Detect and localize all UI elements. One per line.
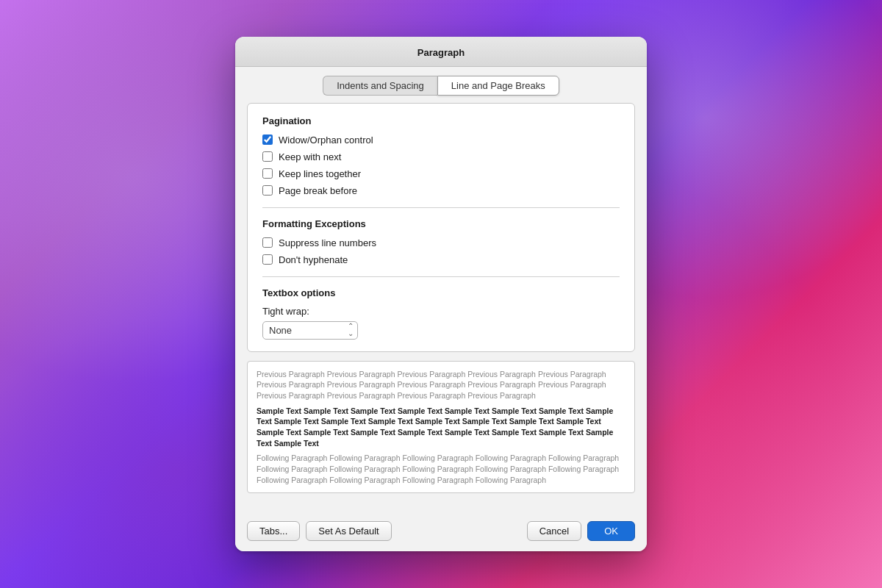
tight-wrap-label: Tight wrap:	[262, 306, 620, 317]
dialog-titlebar: Paragraph	[235, 37, 647, 67]
checkbox-row-keep-lines: Keep lines together	[262, 168, 620, 180]
set-as-default-button[interactable]: Set As Default	[306, 521, 391, 541]
keep-with-next-label[interactable]: Keep with next	[279, 151, 341, 162]
divider-1	[262, 207, 620, 208]
tabs-button[interactable]: Tabs...	[247, 521, 300, 541]
tabs-container: Indents and Spacing Line and Page Breaks	[247, 67, 635, 103]
keep-with-next-checkbox[interactable]	[262, 151, 273, 162]
preview-area: Previous Paragraph Previous Paragraph Pr…	[247, 361, 635, 494]
tight-wrap-select[interactable]: None All First and last lines First line…	[262, 321, 358, 340]
button-row: Tabs... Set As Default Cancel OK	[235, 514, 647, 551]
checkbox-row-page-break: Page break before	[262, 184, 620, 197]
keep-lines-together-label[interactable]: Keep lines together	[279, 168, 361, 179]
suppress-line-numbers-checkbox[interactable]	[262, 237, 273, 248]
checkbox-row-widow-orphan: Widow/Orphan control	[262, 134, 620, 146]
divider-2	[262, 276, 620, 277]
pagination-section-title: Pagination	[262, 115, 620, 126]
widow-orphan-label[interactable]: Widow/Orphan control	[279, 135, 373, 146]
ok-button[interactable]: OK	[587, 521, 635, 541]
dont-hyphenate-label[interactable]: Don't hyphenate	[279, 254, 348, 265]
tight-wrap-select-wrapper: None All First and last lines First line…	[262, 321, 358, 340]
preview-sample-text: Sample Text Sample Text Sample Text Samp…	[257, 406, 625, 449]
textbox-section-title: Textbox options	[262, 287, 620, 298]
dialog-body: Indents and Spacing Line and Page Breaks…	[235, 67, 647, 514]
tab-indents-spacing[interactable]: Indents and Spacing	[323, 76, 437, 96]
left-buttons: Tabs... Set As Default	[247, 521, 392, 541]
preview-following-text: Following Paragraph Following Paragraph …	[257, 453, 625, 485]
dont-hyphenate-checkbox[interactable]	[262, 254, 273, 265]
suppress-line-numbers-label[interactable]: Suppress line numbers	[279, 237, 376, 248]
checkbox-row-suppress-line: Suppress line numbers	[262, 237, 620, 249]
cancel-button[interactable]: Cancel	[527, 521, 581, 541]
dialog-title: Paragraph	[417, 47, 465, 58]
right-buttons: Cancel OK	[527, 521, 635, 541]
page-break-before-label[interactable]: Page break before	[279, 185, 357, 196]
formatting-section-title: Formatting Exceptions	[262, 218, 620, 229]
paragraph-dialog: Paragraph Indents and Spacing Line and P…	[235, 37, 647, 552]
widow-orphan-checkbox[interactable]	[262, 135, 273, 145]
preview-previous-text: Previous Paragraph Previous Paragraph Pr…	[257, 369, 625, 401]
keep-lines-together-checkbox[interactable]	[262, 168, 273, 179]
checkbox-row-keep-with-next: Keep with next	[262, 151, 620, 163]
checkbox-row-dont-hyphenate: Don't hyphenate	[262, 254, 620, 266]
page-break-before-checkbox[interactable]	[262, 185, 273, 196]
tab-line-page-breaks[interactable]: Line and Page Breaks	[437, 76, 559, 96]
main-content-area: Pagination Widow/Orphan control Keep wit…	[247, 103, 635, 352]
